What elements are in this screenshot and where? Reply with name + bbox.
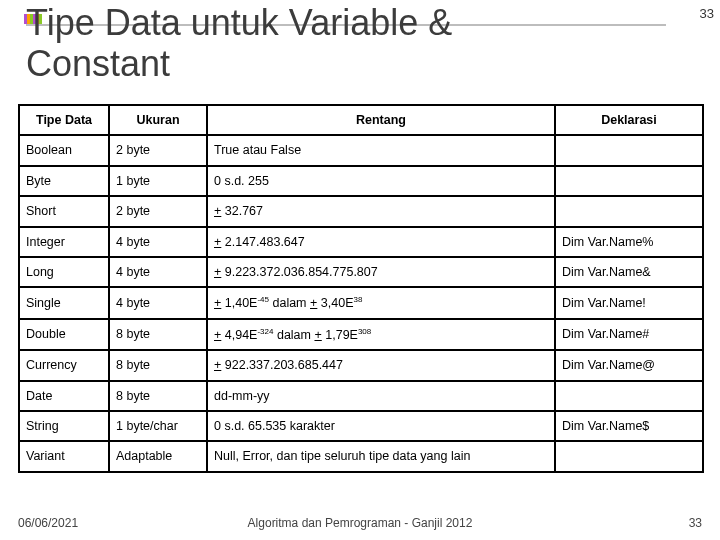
cell-declaration: Dim Var.Name% (555, 227, 703, 257)
cell-size: 8 byte (109, 319, 207, 351)
table-row: String1 byte/char0 s.d. 65.535 karakterD… (19, 411, 703, 441)
table-row: Date8 bytedd-mm-yy (19, 381, 703, 411)
cell-type: Long (19, 257, 109, 287)
table-row: Short2 byte+ 32.767 (19, 196, 703, 226)
table-row: Boolean2 byteTrue atau False (19, 135, 703, 165)
cell-size: Adaptable (109, 441, 207, 471)
page-number-top: 33 (700, 6, 714, 21)
cell-declaration (555, 381, 703, 411)
table-row: Integer4 byte+ 2.147.483.647Dim Var.Name… (19, 227, 703, 257)
cell-type: Integer (19, 227, 109, 257)
cell-size: 8 byte (109, 381, 207, 411)
cell-type: Variant (19, 441, 109, 471)
cell-range: + 1,40E-45 dalam + 3,40E38 (207, 287, 555, 319)
cell-declaration: Dim Var.Name@ (555, 350, 703, 380)
cell-size: 4 byte (109, 257, 207, 287)
cell-declaration: Dim Var.Name! (555, 287, 703, 319)
cell-type: Boolean (19, 135, 109, 165)
cell-declaration (555, 196, 703, 226)
cell-size: 1 byte (109, 166, 207, 196)
cell-size: 8 byte (109, 350, 207, 380)
cell-range: + 32.767 (207, 196, 555, 226)
page-title: Tipe Data untuk Variable & Constant (26, 2, 452, 85)
data-types-table: Tipe Data Ukuran Rentang Deklarasi Boole… (18, 104, 704, 473)
cell-range: + 9.223.372.036.854.775.807 (207, 257, 555, 287)
cell-range: 0 s.d. 255 (207, 166, 555, 196)
cell-declaration: Dim Var.Name& (555, 257, 703, 287)
title-line-2: Constant (26, 43, 170, 84)
cell-size: 2 byte (109, 196, 207, 226)
table-row: Currency8 byte+ 922.337.203.685.447Dim V… (19, 350, 703, 380)
cell-type: Short (19, 196, 109, 226)
th-ukuran: Ukuran (109, 105, 207, 135)
table-row: Single4 byte+ 1,40E-45 dalam + 3,40E38Di… (19, 287, 703, 319)
cell-type: Currency (19, 350, 109, 380)
title-line-1: Tipe Data untuk Variable & (26, 2, 452, 43)
cell-range: 0 s.d. 65.535 karakter (207, 411, 555, 441)
table-row: Long4 byte+ 9.223.372.036.854.775.807Dim… (19, 257, 703, 287)
cell-size: 2 byte (109, 135, 207, 165)
footer-center: Algoritma dan Pemrograman - Ganjil 2012 (0, 516, 720, 530)
th-deklarasi: Deklarasi (555, 105, 703, 135)
cell-type: Double (19, 319, 109, 351)
table-row: Double8 byte+ 4,94E-324 dalam + 1,79E308… (19, 319, 703, 351)
table-header-row: Tipe Data Ukuran Rentang Deklarasi (19, 105, 703, 135)
cell-declaration (555, 166, 703, 196)
slide: Tipe Data untuk Variable & Constant 33 T… (0, 0, 720, 540)
footer-page: 33 (689, 516, 702, 530)
cell-declaration (555, 441, 703, 471)
cell-size: 4 byte (109, 287, 207, 319)
cell-type: String (19, 411, 109, 441)
cell-size: 1 byte/char (109, 411, 207, 441)
cell-range: dd-mm-yy (207, 381, 555, 411)
th-rentang: Rentang (207, 105, 555, 135)
cell-declaration: Dim Var.Name$ (555, 411, 703, 441)
cell-size: 4 byte (109, 227, 207, 257)
cell-range: True atau False (207, 135, 555, 165)
cell-range: + 922.337.203.685.447 (207, 350, 555, 380)
cell-range: Null, Error, dan tipe seluruh tipe data … (207, 441, 555, 471)
cell-type: Date (19, 381, 109, 411)
cell-range: + 4,94E-324 dalam + 1,79E308 (207, 319, 555, 351)
cell-declaration (555, 135, 703, 165)
table-row: VariantAdaptableNull, Error, dan tipe se… (19, 441, 703, 471)
cell-range: + 2.147.483.647 (207, 227, 555, 257)
cell-type: Byte (19, 166, 109, 196)
cell-declaration: Dim Var.Name# (555, 319, 703, 351)
cell-type: Single (19, 287, 109, 319)
th-tipe-data: Tipe Data (19, 105, 109, 135)
table-row: Byte1 byte0 s.d. 255 (19, 166, 703, 196)
